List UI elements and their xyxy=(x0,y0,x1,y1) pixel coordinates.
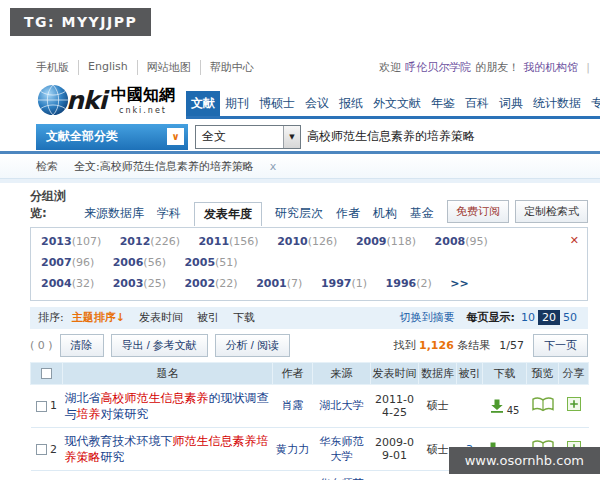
group-item-source-db[interactable]: 来源数据库 xyxy=(84,205,144,225)
sort-by-downloads[interactable]: 下载 xyxy=(233,310,255,325)
year-count: (2) xyxy=(416,277,432,290)
year-count: (226) xyxy=(150,235,180,248)
tab-foreign-literature[interactable]: 外文文献 xyxy=(368,91,426,116)
year-filter-2006[interactable]: 2006(56) xyxy=(113,256,166,269)
year-filter-1996[interactable]: 1996(2) xyxy=(386,277,432,290)
tab-journal[interactable]: 期刊 xyxy=(220,91,254,116)
year-filter-1997[interactable]: 1997(1) xyxy=(321,277,367,290)
search-input[interactable] xyxy=(301,125,600,149)
tab-literature[interactable]: 文献 xyxy=(186,91,220,116)
page-size-10[interactable]: 10 xyxy=(518,311,538,324)
author-link[interactable]: 黄力力 xyxy=(276,443,309,456)
selected-count: ( 0 ) xyxy=(30,339,53,352)
share-button[interactable] xyxy=(567,397,581,414)
row-index: 2 xyxy=(50,443,57,456)
tab-patent[interactable]: 专利 xyxy=(586,91,600,116)
year-filter-2008[interactable]: 2008(95) xyxy=(435,235,488,248)
header-title: 题名 xyxy=(63,362,273,384)
source-link[interactable]: 湖北大学 xyxy=(320,399,364,412)
breadcrumb-label: 检索 xyxy=(36,159,58,174)
year-filter-2003[interactable]: 2003(25) xyxy=(113,277,166,290)
result-title-link[interactable]: 湖北省高校师范生信息素养的现状调查与培养对策研究 xyxy=(65,391,269,421)
switch-to-abstract-link[interactable]: 切换到摘要 xyxy=(400,310,455,325)
publish-date: 2008-10-01 xyxy=(371,471,419,480)
link-english[interactable]: English xyxy=(79,60,138,75)
year-filter-2009[interactable]: 2009(118) xyxy=(356,235,416,248)
group-item-author[interactable]: 作者 xyxy=(336,205,360,225)
custom-search-expression-button[interactable]: 定制检索式 xyxy=(515,200,588,223)
result-title-link[interactable]: 现代教育技术环境下师范生信息素养培养策略研究 xyxy=(65,434,269,464)
tab-encyclopedia[interactable]: 百科 xyxy=(460,91,494,116)
group-item-research-level[interactable]: 研究层次 xyxy=(275,205,323,225)
download-count: 45 xyxy=(507,405,520,416)
logo-wordmark: nki xyxy=(66,86,106,115)
tab-conference[interactable]: 会议 xyxy=(300,91,334,116)
year-label: 2012 xyxy=(120,235,151,248)
year-label: 2008 xyxy=(435,235,466,248)
category-select-button[interactable]: 文献全部分类 ∨ xyxy=(36,124,188,150)
sort-by-topic[interactable]: 主题排序↓ xyxy=(72,310,125,325)
more-years-link[interactable]: >> xyxy=(450,277,468,290)
search-field-select[interactable]: 全文 ▼ xyxy=(195,125,301,149)
year-filter-2007[interactable]: 2007(96) xyxy=(41,256,94,269)
year-filter-2011[interactable]: 2011(156) xyxy=(198,235,258,248)
select-all-checkbox[interactable] xyxy=(41,368,52,379)
sort-by-publish-date[interactable]: 发表时间 xyxy=(139,310,183,325)
download-button[interactable]: 45 xyxy=(485,399,525,413)
preview-button[interactable] xyxy=(532,397,554,415)
year-count: (95) xyxy=(465,235,488,248)
publish-date: 2009-09-01 xyxy=(371,428,419,471)
source-link[interactable]: 华东师范大学 xyxy=(320,435,364,463)
close-facet-icon[interactable]: ✕ xyxy=(570,231,579,252)
tab-yearbook[interactable]: 年鉴 xyxy=(426,91,460,116)
export-references-button[interactable]: 导出 / 参考文献 xyxy=(111,334,208,357)
org-name-link[interactable]: 呼伦贝尔学院 xyxy=(405,60,471,75)
year-filter-2012[interactable]: 2012(226) xyxy=(120,235,180,248)
year-count: (32) xyxy=(72,277,95,290)
sort-by-cited[interactable]: 被引 xyxy=(197,310,219,325)
utility-links: 手机版 English 网站地图 帮助中心 xyxy=(36,60,263,75)
link-mobile-version[interactable]: 手机版 xyxy=(36,60,79,75)
link-help-center[interactable]: 帮助中心 xyxy=(201,60,263,75)
sort-desc-arrow-icon: ↓ xyxy=(116,311,125,324)
results-toolbar: ( 0 ) 清除 导出 / 参考文献 分析 / 阅读 找到 1,126 条结果 … xyxy=(30,334,588,357)
author-link[interactable]: 肖露 xyxy=(282,399,304,412)
year-count: (96) xyxy=(72,256,95,269)
year-filter-2002[interactable]: 2002(22) xyxy=(184,277,237,290)
separator: | xyxy=(586,61,590,74)
next-page-button[interactable]: 下一页 xyxy=(533,334,588,357)
group-item-institution[interactable]: 机构 xyxy=(373,205,397,225)
cnki-globe-icon xyxy=(36,83,70,117)
header-source: 来源 xyxy=(313,362,371,384)
clear-button[interactable]: 清除 xyxy=(60,334,104,357)
row-index: 1 xyxy=(50,399,57,412)
tab-thesis[interactable]: 博硕士 xyxy=(254,91,300,116)
row-checkbox[interactable] xyxy=(36,444,47,455)
group-item-fund[interactable]: 基金 xyxy=(410,205,434,225)
link-sitemap[interactable]: 网站地图 xyxy=(138,60,201,75)
page-size-50[interactable]: 50 xyxy=(560,311,580,324)
row-checkbox[interactable] xyxy=(36,401,47,412)
year-label: 2004 xyxy=(41,277,72,290)
year-filter-2013[interactable]: 2013(107) xyxy=(41,235,101,248)
header-cited: 被引 xyxy=(457,362,483,384)
analyze-read-button[interactable]: 分析 / 阅读 xyxy=(215,334,290,357)
breadcrumb-close-icon[interactable]: x xyxy=(270,160,277,173)
tab-newspaper[interactable]: 报纸 xyxy=(334,91,368,116)
year-filter-2010[interactable]: 2010(126) xyxy=(277,235,337,248)
year-filter-2001[interactable]: 2001(7) xyxy=(256,277,302,290)
header-preview: 预览 xyxy=(527,362,559,384)
header-database: 数据库 xyxy=(419,362,457,384)
tab-dictionary[interactable]: 词典 xyxy=(494,91,528,116)
year-filter-2005[interactable]: 2005(51) xyxy=(184,256,237,269)
group-item-publish-year[interactable]: 发表年度 xyxy=(194,202,262,226)
tab-statistics[interactable]: 统计数据 xyxy=(528,91,586,116)
cnki-logo[interactable]: nki 中國知網 cnki.net xyxy=(36,83,186,119)
page-size-20[interactable]: 20 xyxy=(538,310,560,325)
found-suffix: 条结果 xyxy=(457,339,490,352)
my-library-link[interactable]: 我的机构馆 xyxy=(523,60,578,75)
year-count: (7) xyxy=(287,277,303,290)
free-subscribe-button[interactable]: 免费订阅 xyxy=(447,200,509,223)
group-item-subject[interactable]: 学科 xyxy=(157,205,181,225)
year-filter-2004[interactable]: 2004(32) xyxy=(41,277,94,290)
